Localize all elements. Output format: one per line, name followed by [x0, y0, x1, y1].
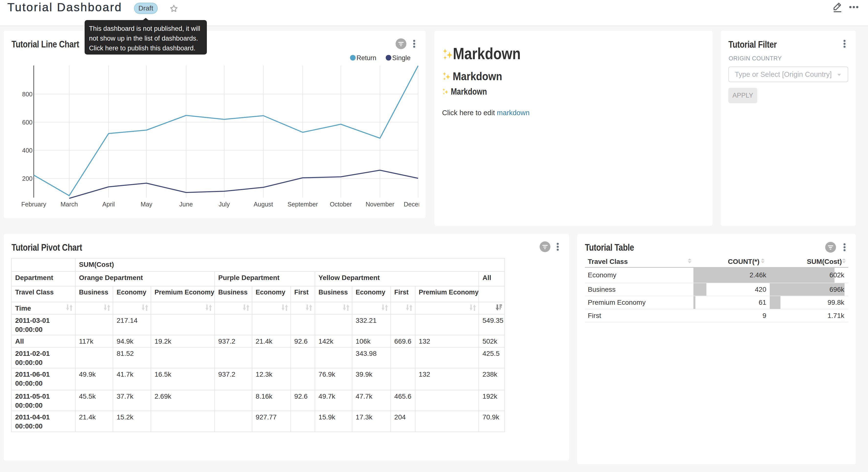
svg-text:400: 400	[22, 147, 33, 154]
svg-text:December: December	[404, 201, 419, 208]
svg-text:800: 800	[22, 91, 33, 97]
svg-text:September: September	[287, 201, 318, 208]
svg-text:November: November	[366, 201, 394, 208]
svg-text:October: October	[330, 201, 352, 208]
svg-text:February: February	[21, 201, 46, 208]
svg-text:Single: Single	[392, 54, 410, 62]
svg-text:600: 600	[22, 119, 33, 126]
svg-text:June: June	[179, 201, 193, 208]
svg-text:August: August	[253, 201, 273, 208]
svg-text:Return: Return	[356, 54, 376, 62]
svg-text:March: March	[61, 201, 78, 208]
svg-text:April: April	[102, 201, 115, 208]
svg-text:July: July	[219, 201, 230, 208]
svg-text:200: 200	[22, 175, 33, 182]
svg-text:May: May	[141, 201, 152, 208]
